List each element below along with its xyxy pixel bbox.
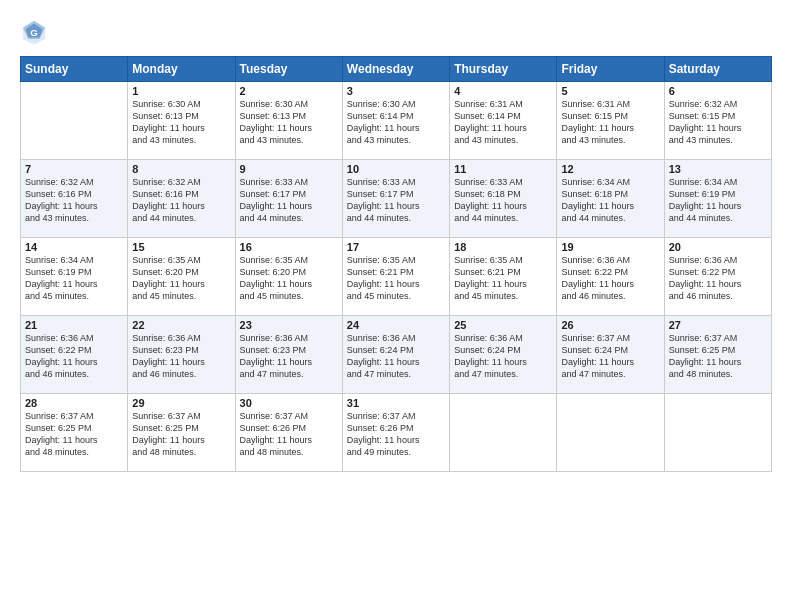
day-number: 2	[240, 85, 338, 97]
calendar-cell: 28Sunrise: 6:37 AM Sunset: 6:25 PM Dayli…	[21, 394, 128, 472]
calendar-cell: 13Sunrise: 6:34 AM Sunset: 6:19 PM Dayli…	[664, 160, 771, 238]
calendar-cell: 30Sunrise: 6:37 AM Sunset: 6:26 PM Dayli…	[235, 394, 342, 472]
day-info: Sunrise: 6:31 AM Sunset: 6:14 PM Dayligh…	[454, 98, 552, 147]
day-info: Sunrise: 6:36 AM Sunset: 6:24 PM Dayligh…	[454, 332, 552, 381]
calendar-cell	[557, 394, 664, 472]
day-number: 4	[454, 85, 552, 97]
calendar-cell: 9Sunrise: 6:33 AM Sunset: 6:17 PM Daylig…	[235, 160, 342, 238]
calendar-cell: 20Sunrise: 6:36 AM Sunset: 6:22 PM Dayli…	[664, 238, 771, 316]
day-number: 12	[561, 163, 659, 175]
day-number: 10	[347, 163, 445, 175]
svg-text:G: G	[30, 27, 38, 38]
calendar-week-row: 21Sunrise: 6:36 AM Sunset: 6:22 PM Dayli…	[21, 316, 772, 394]
day-info: Sunrise: 6:30 AM Sunset: 6:13 PM Dayligh…	[240, 98, 338, 147]
header-day: Saturday	[664, 57, 771, 82]
logo: G	[20, 18, 52, 46]
calendar-cell	[450, 394, 557, 472]
calendar-cell: 19Sunrise: 6:36 AM Sunset: 6:22 PM Dayli…	[557, 238, 664, 316]
header-day: Thursday	[450, 57, 557, 82]
day-number: 16	[240, 241, 338, 253]
day-number: 29	[132, 397, 230, 409]
calendar-cell: 22Sunrise: 6:36 AM Sunset: 6:23 PM Dayli…	[128, 316, 235, 394]
calendar-cell	[21, 82, 128, 160]
calendar-week-row: 7Sunrise: 6:32 AM Sunset: 6:16 PM Daylig…	[21, 160, 772, 238]
day-info: Sunrise: 6:35 AM Sunset: 6:21 PM Dayligh…	[454, 254, 552, 303]
calendar-cell: 3Sunrise: 6:30 AM Sunset: 6:14 PM Daylig…	[342, 82, 449, 160]
calendar-cell: 6Sunrise: 6:32 AM Sunset: 6:15 PM Daylig…	[664, 82, 771, 160]
calendar-cell: 25Sunrise: 6:36 AM Sunset: 6:24 PM Dayli…	[450, 316, 557, 394]
calendar-cell: 5Sunrise: 6:31 AM Sunset: 6:15 PM Daylig…	[557, 82, 664, 160]
day-number: 6	[669, 85, 767, 97]
calendar-cell: 16Sunrise: 6:35 AM Sunset: 6:20 PM Dayli…	[235, 238, 342, 316]
day-number: 31	[347, 397, 445, 409]
day-info: Sunrise: 6:32 AM Sunset: 6:15 PM Dayligh…	[669, 98, 767, 147]
day-info: Sunrise: 6:32 AM Sunset: 6:16 PM Dayligh…	[132, 176, 230, 225]
day-number: 23	[240, 319, 338, 331]
day-number: 8	[132, 163, 230, 175]
day-number: 3	[347, 85, 445, 97]
day-info: Sunrise: 6:34 AM Sunset: 6:18 PM Dayligh…	[561, 176, 659, 225]
calendar-cell: 27Sunrise: 6:37 AM Sunset: 6:25 PM Dayli…	[664, 316, 771, 394]
day-info: Sunrise: 6:30 AM Sunset: 6:13 PM Dayligh…	[132, 98, 230, 147]
day-info: Sunrise: 6:37 AM Sunset: 6:24 PM Dayligh…	[561, 332, 659, 381]
calendar-cell: 15Sunrise: 6:35 AM Sunset: 6:20 PM Dayli…	[128, 238, 235, 316]
calendar-cell	[664, 394, 771, 472]
day-info: Sunrise: 6:33 AM Sunset: 6:17 PM Dayligh…	[240, 176, 338, 225]
day-number: 19	[561, 241, 659, 253]
calendar-cell: 14Sunrise: 6:34 AM Sunset: 6:19 PM Dayli…	[21, 238, 128, 316]
day-number: 30	[240, 397, 338, 409]
day-number: 20	[669, 241, 767, 253]
day-info: Sunrise: 6:37 AM Sunset: 6:26 PM Dayligh…	[240, 410, 338, 459]
day-info: Sunrise: 6:37 AM Sunset: 6:25 PM Dayligh…	[25, 410, 123, 459]
calendar-week-row: 28Sunrise: 6:37 AM Sunset: 6:25 PM Dayli…	[21, 394, 772, 472]
header-day: Wednesday	[342, 57, 449, 82]
day-number: 11	[454, 163, 552, 175]
day-info: Sunrise: 6:36 AM Sunset: 6:23 PM Dayligh…	[132, 332, 230, 381]
day-info: Sunrise: 6:33 AM Sunset: 6:17 PM Dayligh…	[347, 176, 445, 225]
day-number: 24	[347, 319, 445, 331]
calendar-cell: 21Sunrise: 6:36 AM Sunset: 6:22 PM Dayli…	[21, 316, 128, 394]
day-info: Sunrise: 6:37 AM Sunset: 6:25 PM Dayligh…	[132, 410, 230, 459]
calendar-cell: 2Sunrise: 6:30 AM Sunset: 6:13 PM Daylig…	[235, 82, 342, 160]
calendar-cell: 7Sunrise: 6:32 AM Sunset: 6:16 PM Daylig…	[21, 160, 128, 238]
day-info: Sunrise: 6:35 AM Sunset: 6:20 PM Dayligh…	[240, 254, 338, 303]
calendar-cell: 4Sunrise: 6:31 AM Sunset: 6:14 PM Daylig…	[450, 82, 557, 160]
day-number: 1	[132, 85, 230, 97]
calendar-cell: 10Sunrise: 6:33 AM Sunset: 6:17 PM Dayli…	[342, 160, 449, 238]
day-info: Sunrise: 6:35 AM Sunset: 6:21 PM Dayligh…	[347, 254, 445, 303]
calendar-table: SundayMondayTuesdayWednesdayThursdayFrid…	[20, 56, 772, 472]
day-info: Sunrise: 6:37 AM Sunset: 6:25 PM Dayligh…	[669, 332, 767, 381]
calendar-page: G SundayMondayTuesdayWednesdayThursdayFr…	[0, 0, 792, 612]
day-number: 22	[132, 319, 230, 331]
day-number: 15	[132, 241, 230, 253]
day-number: 28	[25, 397, 123, 409]
day-info: Sunrise: 6:36 AM Sunset: 6:24 PM Dayligh…	[347, 332, 445, 381]
day-info: Sunrise: 6:31 AM Sunset: 6:15 PM Dayligh…	[561, 98, 659, 147]
calendar-cell: 18Sunrise: 6:35 AM Sunset: 6:21 PM Dayli…	[450, 238, 557, 316]
day-info: Sunrise: 6:30 AM Sunset: 6:14 PM Dayligh…	[347, 98, 445, 147]
calendar-cell: 8Sunrise: 6:32 AM Sunset: 6:16 PM Daylig…	[128, 160, 235, 238]
calendar-cell: 1Sunrise: 6:30 AM Sunset: 6:13 PM Daylig…	[128, 82, 235, 160]
calendar-cell: 17Sunrise: 6:35 AM Sunset: 6:21 PM Dayli…	[342, 238, 449, 316]
calendar-cell: 12Sunrise: 6:34 AM Sunset: 6:18 PM Dayli…	[557, 160, 664, 238]
day-info: Sunrise: 6:34 AM Sunset: 6:19 PM Dayligh…	[25, 254, 123, 303]
day-info: Sunrise: 6:32 AM Sunset: 6:16 PM Dayligh…	[25, 176, 123, 225]
header-day: Sunday	[21, 57, 128, 82]
calendar-cell: 31Sunrise: 6:37 AM Sunset: 6:26 PM Dayli…	[342, 394, 449, 472]
day-number: 9	[240, 163, 338, 175]
logo-icon: G	[20, 18, 48, 46]
calendar-cell: 29Sunrise: 6:37 AM Sunset: 6:25 PM Dayli…	[128, 394, 235, 472]
header: G	[20, 18, 772, 46]
day-number: 5	[561, 85, 659, 97]
day-info: Sunrise: 6:36 AM Sunset: 6:23 PM Dayligh…	[240, 332, 338, 381]
calendar-week-row: 14Sunrise: 6:34 AM Sunset: 6:19 PM Dayli…	[21, 238, 772, 316]
header-day: Tuesday	[235, 57, 342, 82]
calendar-cell: 24Sunrise: 6:36 AM Sunset: 6:24 PM Dayli…	[342, 316, 449, 394]
day-number: 13	[669, 163, 767, 175]
day-info: Sunrise: 6:33 AM Sunset: 6:18 PM Dayligh…	[454, 176, 552, 225]
day-number: 26	[561, 319, 659, 331]
day-number: 14	[25, 241, 123, 253]
calendar-cell: 11Sunrise: 6:33 AM Sunset: 6:18 PM Dayli…	[450, 160, 557, 238]
day-number: 25	[454, 319, 552, 331]
header-day: Monday	[128, 57, 235, 82]
